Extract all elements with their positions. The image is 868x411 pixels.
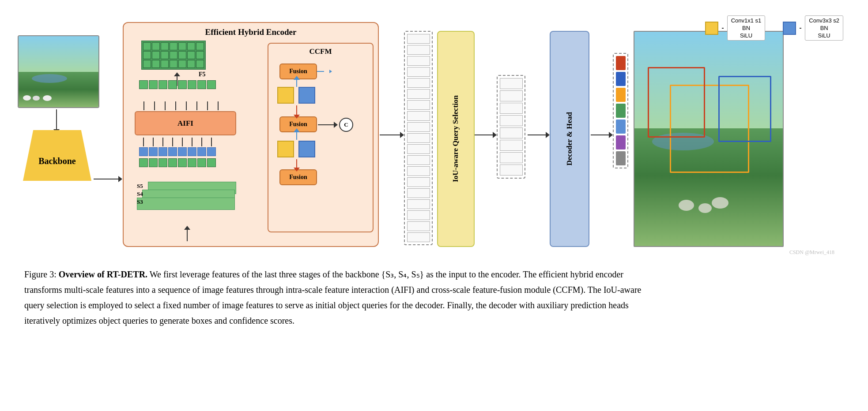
decoder-label: Decoder & Head [565,112,574,166]
encoder-box: Efficient Hybrid Encoder [123,22,379,247]
legend-blue: Conv3x3 s2 BN SiLU [783,15,843,41]
blue-v-arrow-1 [296,80,297,87]
green-row-1 [139,80,216,89]
sq-row-1 [277,87,315,104]
arrow-head-right [118,176,122,182]
bar-red [616,56,626,70]
legend-dash [722,28,724,29]
backbone-to-encoder-arrow [94,179,120,179]
legend-conv3: Conv3x3 s2 [809,17,839,24]
fusion1-arrow-head [329,70,332,73]
legend-dash-2 [800,28,801,29]
stack-up-arrow [187,228,188,241]
blue-row [139,147,216,156]
sheep-1 [679,200,694,211]
backbone-shape: Backbone [23,130,91,181]
iou-to-dashed-arrow [475,135,494,135]
fusion2-arrow-head [334,122,338,128]
dashed-to-decoder-head [546,132,550,138]
legend-conv1: Conv1x1 s1 [731,17,762,24]
blue-sq-2 [298,141,315,157]
decoder-box: Decoder & Head [550,31,589,247]
bbox-red [648,67,705,138]
legend-yellow: Conv1x1 s1 BN SiLU [705,15,766,41]
fusion2-right-arrow [318,124,336,125]
encoder-title: Efficient Hybrid Encoder [124,23,378,39]
backbone-label: Backbone [38,145,75,166]
fusion-1-label: Fusion [289,68,307,75]
up-arrow-7 [207,101,208,110]
legend-blue-icon [783,22,796,35]
up-arrow-2 [154,101,155,110]
ccfm-title: CCFM [268,44,373,58]
blue-v-arrow-head-2 [294,128,300,132]
concat-circle: C [339,118,353,132]
bar-lightblue [616,120,626,134]
legend-blue-box: Conv3x3 s2 BN SiLU [805,15,843,41]
bbox-blue [718,76,771,142]
legend-silu1: SiLU [740,32,752,39]
aifi-box: AIFI [135,111,236,135]
blue-v-arrow-head-1 [294,76,300,80]
blue-v-arrow-2 [296,132,297,140]
output-image [634,31,784,247]
query-candidates-box [404,31,433,245]
up-arrow-5 [186,101,187,110]
green-row-2 [139,158,216,167]
image-to-backbone-arrow [56,109,57,131]
concat-label: C [344,121,348,128]
iou-label: IoU-aware Query Selection [451,95,460,182]
s4-label: S4 [137,191,143,198]
legend-area: Conv1x1 s1 BN SiLU Conv3x3 s2 BN SiLU [705,15,843,41]
fusion-2-label: Fusion [289,121,307,128]
arrow-up-head [174,72,180,76]
fusion-3-label: Fusion [289,174,307,181]
fusion-3: Fusion [279,169,317,185]
output-colored-box [613,53,628,168]
sheep-2 [698,203,712,213]
stacked-layers: S5 S4 S3 [137,182,238,226]
up-arrow-4 [175,101,176,110]
bar-green [616,104,626,118]
ccfm-box: CCFM Fusion Fusion C [268,43,374,232]
sheep-3 [712,197,728,209]
watermark: CSDN @Mrwei_418 [789,249,834,256]
yellow-sq-2 [277,141,294,157]
bar-blue [616,72,626,86]
iou-box: IoU-aware Query Selection [437,31,475,247]
decoder-to-output-arrow [591,135,611,135]
f5-label: F5 [199,71,206,78]
aifi-label: AIFI [177,119,193,128]
red-v-arrow-head-2 [294,168,300,172]
stack-up-arrow-head [184,226,190,230]
bar-gray [616,151,626,165]
caption-area: Figure 3: Overview of RT-DETR. We first … [9,260,671,333]
bar-orange [616,88,626,102]
input-image [18,35,99,108]
up-arrow-6 [196,101,197,110]
legend-bn2: BN [820,25,828,31]
dashed-to-decoder-arrow [528,135,547,135]
figure-num: Figure 3: [24,269,57,279]
decoder-to-output-head [609,132,613,138]
up-arrow-8 [218,101,219,110]
legend-yellow-box: Conv1x1 s1 BN SiLU [727,15,766,41]
caption-bold: Overview of RT-DETR. [59,269,147,279]
selected-queries-box [497,75,525,179]
encoder-to-dashed-arrow [380,135,402,135]
s3-label: S3 [137,198,143,206]
yellow-sq-1 [277,87,294,104]
s5-label: S5 [137,183,143,190]
bar-purple [616,135,626,149]
up-arrow-1 [143,101,144,110]
up-arrows-row [139,138,216,146]
f5-feature-group: F5 [141,41,206,78]
up-arrow-3 [165,101,166,110]
legend-silu2: SiLU [818,32,830,39]
encoder-to-dashed-head [400,132,404,138]
iou-to-dashed-head [493,132,497,138]
legend-yellow-icon [705,22,718,35]
legend-bn1: BN [742,25,750,31]
red-v-arrow-head-1 [294,115,300,119]
fusion1-arrow [317,71,324,72]
